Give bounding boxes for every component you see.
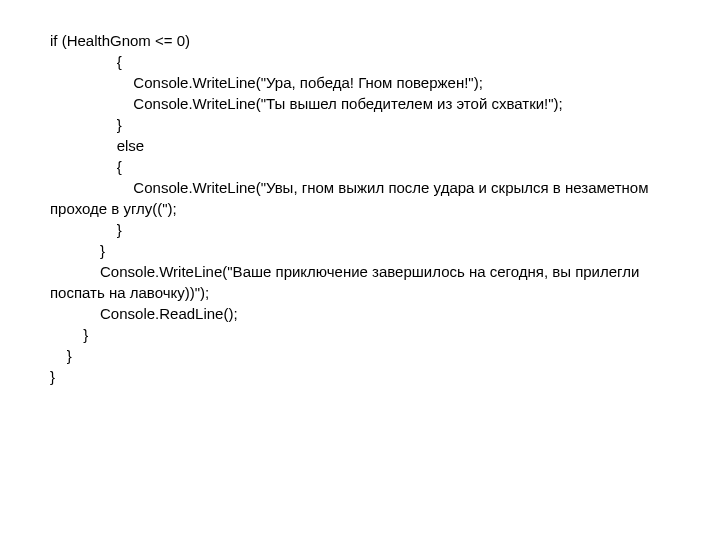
code-line: Console.WriteLine("Ваше приключение заве… [50, 261, 670, 303]
code-line: } [50, 114, 670, 135]
code-line: if (HealthGnom <= 0) [50, 30, 670, 51]
code-line: } [50, 366, 670, 387]
code-line: } [50, 240, 670, 261]
code-line: } [50, 219, 670, 240]
code-line: } [50, 345, 670, 366]
code-line: Console.ReadLine(); [50, 303, 670, 324]
code-block: if (HealthGnom <= 0) { Console.WriteLine… [50, 30, 670, 387]
code-line: else [50, 135, 670, 156]
code-line: Console.WriteLine("Ты вышел победителем … [50, 93, 670, 114]
code-line: { [50, 156, 670, 177]
code-line: } [50, 324, 670, 345]
code-line: { [50, 51, 670, 72]
code-line: Console.WriteLine("Увы, гном выжил после… [50, 177, 670, 219]
code-line: Console.WriteLine("Ура, победа! Гном пов… [50, 72, 670, 93]
